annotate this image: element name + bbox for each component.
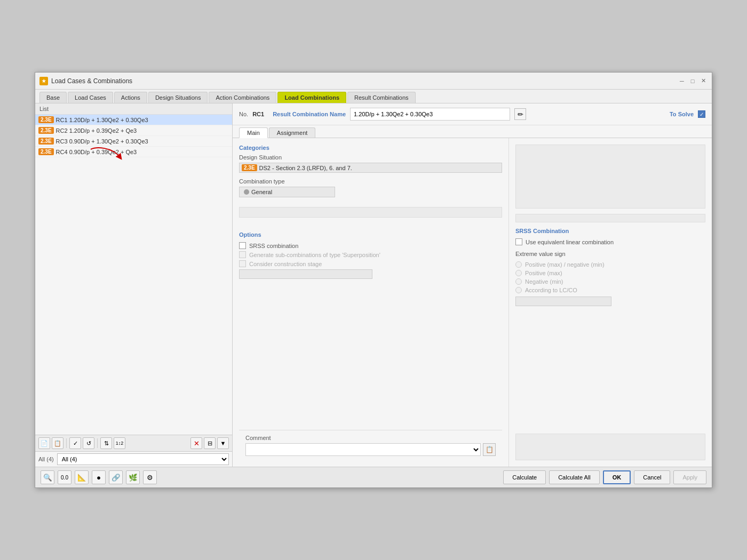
radio-lc-co-btn[interactable] bbox=[515, 287, 522, 293]
right-form: SRSS Combination Use equivalent linear c… bbox=[509, 138, 712, 467]
link-tool-button[interactable]: 🔗 bbox=[109, 470, 123, 484]
to-solve-label: To Solve bbox=[670, 111, 694, 117]
bottom-bar: 🔍 0.0 📐 ● 🔗 🌿 ⚙ Calculate Calculate All … bbox=[35, 467, 712, 487]
number-button[interactable]: 1↕2 bbox=[114, 437, 125, 449]
view-button[interactable]: ⊟ bbox=[204, 437, 216, 449]
srss-combination-section: SRSS Combination Use equivalent linear c… bbox=[515, 228, 705, 306]
name-field-group: Result Combination Name ✏ bbox=[273, 108, 526, 121]
combo-type-dot bbox=[244, 189, 249, 195]
close-button[interactable]: ✕ bbox=[699, 77, 708, 85]
tabs-bar: Base Load Cases Actions Design Situation… bbox=[35, 90, 712, 103]
radio-pos: Positive (max) bbox=[515, 269, 705, 277]
no-field-group: No. RC1 bbox=[239, 111, 264, 117]
tab-assignment[interactable]: Assignment bbox=[269, 127, 315, 138]
name-label: Result Combination Name bbox=[273, 111, 346, 117]
generate-checkbox[interactable] bbox=[239, 251, 246, 258]
radio-lc-co: According to LC/CO bbox=[515, 286, 705, 294]
tab-load-combinations[interactable]: Load Combinations bbox=[277, 92, 346, 103]
cancel-button[interactable]: Cancel bbox=[634, 470, 670, 484]
filter-bar: All (4) All (4) bbox=[35, 451, 232, 467]
radio-neg-label: Negative (min) bbox=[525, 278, 563, 285]
right-top-empty bbox=[515, 145, 705, 209]
list-item[interactable]: 2.3E RC3 0.90D/p + 1.30Qe2 + 0.30Qe3 bbox=[35, 136, 232, 147]
list-item[interactable]: 2.3E RC2 1.20D/p + 0.39Qe2 + Qe3 bbox=[35, 125, 232, 136]
combo-type-text: General bbox=[251, 189, 272, 195]
construction-option: Consider construction stage bbox=[239, 259, 502, 268]
srss-text-input bbox=[515, 297, 611, 306]
calculate-button[interactable]: Calculate bbox=[503, 470, 546, 484]
tab-load-cases[interactable]: Load Cases bbox=[68, 92, 113, 103]
list-header: List bbox=[35, 103, 232, 115]
item-text: RC3 0.90D/p + 1.30Qe2 + 0.30Qe3 bbox=[56, 138, 148, 145]
app-icon: ★ bbox=[39, 77, 48, 85]
radio-pos-neg: Positive (max) / negative (min) bbox=[515, 260, 705, 269]
main-form-content: Categories Design Situation 2.3E DS2 - S… bbox=[233, 138, 712, 467]
generate-option: Generate sub-combinations of type 'Super… bbox=[239, 250, 502, 259]
combo-type-group: Combination type General bbox=[239, 178, 502, 197]
comment-label: Comment bbox=[245, 435, 496, 441]
to-solve-checkbox[interactable] bbox=[698, 110, 705, 118]
radio-neg-btn[interactable] bbox=[515, 278, 522, 285]
categories-title: Categories bbox=[239, 145, 502, 151]
comment-select[interactable] bbox=[245, 443, 481, 456]
rc-header: No. RC1 Result Combination Name ✏ To Sol… bbox=[233, 103, 712, 125]
apply-button[interactable]: Apply bbox=[673, 470, 706, 484]
name-input[interactable] bbox=[350, 108, 510, 121]
window-title: Load Cases & Combinations bbox=[51, 77, 132, 85]
options-title: Options bbox=[239, 231, 502, 238]
inner-tabs: Main Assignment bbox=[233, 125, 712, 138]
radio-pos-neg-btn[interactable] bbox=[515, 261, 522, 268]
calculate-all-button[interactable]: Calculate All bbox=[549, 470, 600, 484]
bottom-actions: Calculate Calculate All OK Cancel Apply bbox=[503, 470, 706, 484]
number-tool-button[interactable]: 0.0 bbox=[58, 470, 71, 484]
settings-tool-button[interactable]: ⚙ bbox=[143, 470, 157, 484]
list-item[interactable]: 2.3E RC1 1.20D/p + 1.30Qe2 + 0.30Qe3 bbox=[35, 115, 232, 125]
copy-button[interactable]: 📋 bbox=[52, 437, 63, 449]
separator bbox=[66, 438, 67, 448]
item-text: RC4 0.90D/p + 0.39Qe2 + Qe3 bbox=[56, 149, 137, 155]
dot-tool-button[interactable]: ● bbox=[92, 470, 106, 484]
delete-button[interactable]: ✕ bbox=[190, 437, 202, 449]
maximize-button[interactable]: □ bbox=[688, 77, 697, 85]
bottom-tools: 🔍 0.0 📐 ● 🔗 🌿 ⚙ bbox=[41, 470, 157, 484]
separator bbox=[97, 438, 98, 448]
use-equivalent-checkbox[interactable] bbox=[515, 238, 522, 245]
filter-select[interactable]: All (4) bbox=[57, 453, 229, 465]
generate-label: Generate sub-combinations of type 'Super… bbox=[249, 252, 380, 258]
srss-combination-title: SRSS Combination bbox=[515, 228, 705, 234]
tab-base[interactable]: Base bbox=[39, 92, 67, 103]
right-mid-empty bbox=[515, 214, 705, 222]
options-text-input bbox=[239, 269, 372, 279]
search-tool-button[interactable]: 🔍 bbox=[41, 470, 54, 484]
srss-option: SRSS combination bbox=[239, 241, 502, 250]
tab-main[interactable]: Main bbox=[239, 127, 268, 138]
check-button[interactable]: ✓ bbox=[69, 437, 81, 449]
comment-edit-button[interactable]: 📋 bbox=[483, 443, 496, 456]
tree-tool-button[interactable]: 🌿 bbox=[126, 470, 140, 484]
minimize-button[interactable]: ─ bbox=[678, 77, 686, 85]
tab-action-combinations[interactable]: Action Combinations bbox=[209, 92, 276, 103]
uncheck-button[interactable]: ↺ bbox=[83, 437, 94, 449]
options-section: Options SRSS combination Generate sub-co… bbox=[239, 231, 502, 279]
tab-result-combinations[interactable]: Result Combinations bbox=[347, 92, 416, 103]
radio-pos-btn[interactable] bbox=[515, 270, 522, 276]
tab-actions[interactable]: Actions bbox=[114, 92, 147, 103]
radio-neg: Negative (min) bbox=[515, 277, 705, 286]
move-up-button[interactable]: ⇅ bbox=[100, 437, 112, 449]
tab-design-situations[interactable]: Design Situations bbox=[148, 92, 208, 103]
srss-checkbox[interactable] bbox=[239, 242, 246, 249]
add-button[interactable]: 📄 bbox=[38, 437, 50, 449]
construction-checkbox[interactable] bbox=[239, 260, 246, 267]
render-tool-button[interactable]: 📐 bbox=[75, 470, 89, 484]
design-situation-label: Design Situation bbox=[239, 154, 502, 161]
edit-name-button[interactable]: ✏ bbox=[514, 108, 526, 120]
combo-type-label: Combination type bbox=[239, 178, 502, 185]
comment-section: Comment 📋 bbox=[239, 430, 502, 460]
item-badge: 2.3E bbox=[38, 148, 54, 155]
main-window: ★ Load Cases & Combinations ─ □ ✕ Base L… bbox=[35, 72, 712, 488]
list-item[interactable]: 2.3E RC4 0.90D/p + 0.39Qe2 + Qe3 bbox=[35, 147, 232, 157]
list-area: 2.3E RC1 1.20D/p + 1.30Qe2 + 0.30Qe3 2.3… bbox=[35, 115, 232, 435]
ok-button[interactable]: OK bbox=[603, 470, 631, 484]
dropdown-button[interactable]: ▼ bbox=[217, 437, 229, 449]
radio-pos-label: Positive (max) bbox=[525, 270, 562, 276]
